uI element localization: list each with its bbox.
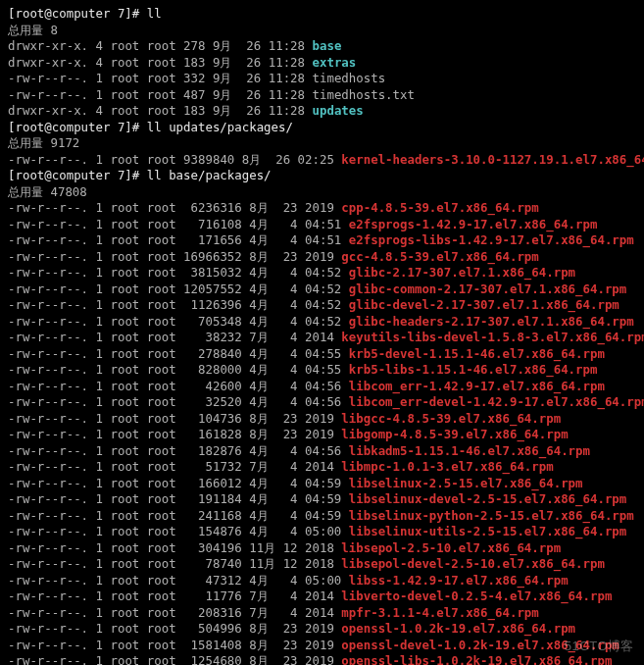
ls-row: -rw-r--r--. 1 root root 1254680 8月 23 20… xyxy=(8,653,636,665)
file-entry: libgomp-4.8.5-39.el7.x86_64.rpm xyxy=(341,427,568,441)
ls-row: -rw-r--r--. 1 root root 9389840 8月 26 02… xyxy=(8,152,636,169)
ls-row: -rw-r--r--. 1 root root 1126396 4月 4 04:… xyxy=(8,297,636,314)
ls-row: -rw-r--r--. 1 root root 32520 4月 4 04:56… xyxy=(8,394,636,411)
ls-row: -rw-r--r--. 1 root root 166012 4月 4 04:5… xyxy=(8,476,636,492)
ls-row: -rw-r--r--. 1 root root 11776 7月 4 2014 … xyxy=(8,588,636,605)
ls-row: drwxr-xr-x. 4 root root 183 9月 26 11:28 … xyxy=(8,103,636,120)
ls-row: -rw-r--r--. 1 root root 487 9月 26 11:28 … xyxy=(8,87,636,104)
file-entry: krb5-devel-1.15.1-46.el7.x86_64.rpm xyxy=(349,346,605,361)
total-line: 总用量 9172 xyxy=(8,135,636,152)
ls-row: -rw-r--r--. 1 root root 51732 7月 4 2014 … xyxy=(8,459,636,476)
file-entry: glibc-common-2.17-307.el7.1.x86_64.rpm xyxy=(349,281,626,296)
file-entry: openssl-1.0.2k-19.el7.x86_64.rpm xyxy=(341,621,575,636)
file-entry: libselinux-devel-2.5-15.el7.x86_64.rpm xyxy=(349,491,626,506)
ls-row: -rw-r--r--. 1 root root 332 9月 26 11:28 … xyxy=(8,71,636,87)
file-entry: libcom_err-devel-1.42.9-17.el7.x86_64.rp… xyxy=(349,394,644,409)
file-entry: cpp-4.8.5-39.el7.x86_64.rpm xyxy=(341,200,538,215)
ls-row: -rw-r--r--. 1 root root 38232 7月 4 2014 … xyxy=(8,330,636,346)
ls-row: -rw-r--r--. 1 root root 182876 4月 4 04:5… xyxy=(8,443,636,460)
file-entry: libkadm5-1.15.1-46.el7.x86_64.rpm xyxy=(349,443,590,458)
ls-row: -rw-r--r--. 1 root root 278840 4月 4 04:5… xyxy=(8,346,636,363)
ls-row: drwxr-xr-x. 4 root root 278 9月 26 11:28 … xyxy=(8,38,636,55)
ls-row: -rw-r--r--. 1 root root 78740 11月 12 201… xyxy=(8,556,636,573)
file-entry: libselinux-python-2.5-15.el7.x86_64.rpm xyxy=(349,508,634,523)
file-entry: libgcc-4.8.5-39.el7.x86_64.rpm xyxy=(341,411,561,426)
file-entry: mpfr-3.1.1-4.el7.x86_64.rpm xyxy=(341,605,538,620)
ls-row: -rw-r--r--. 1 root root 171656 4月 4 04:5… xyxy=(8,232,636,249)
terminal-output[interactable]: [root@computer 7]# ll总用量 8drwxr-xr-x. 4 … xyxy=(0,0,644,665)
ls-row: -rw-r--r--. 1 root root 16966352 8月 23 2… xyxy=(8,249,636,266)
ls-row: -rw-r--r--. 1 root root 104736 8月 23 201… xyxy=(8,411,636,428)
file-entry: extras xyxy=(313,55,357,70)
ls-row: -rw-r--r--. 1 root root 42600 4月 4 04:56… xyxy=(8,379,636,395)
file-entry: e2fsprogs-1.42.9-17.el7.x86_64.rpm xyxy=(349,217,598,231)
ls-row: drwxr-xr-x. 4 root root 183 9月 26 11:28 … xyxy=(8,55,636,72)
watermark: 51CTO博客 xyxy=(565,638,634,655)
file-entry: glibc-headers-2.17-307.el7.1.x86_64.rpm xyxy=(349,314,634,329)
ls-row: -rw-r--r--. 1 root root 161828 8月 23 201… xyxy=(8,427,636,443)
file-entry: libmpc-1.0.1-3.el7.x86_64.rpm xyxy=(341,459,553,474)
file-entry: timedhosts xyxy=(313,71,386,85)
ls-row: -rw-r--r--. 1 root root 1581408 8月 23 20… xyxy=(8,638,636,654)
file-entry: kernel-headers-3.10.0-1127.19.1.el7.x86_… xyxy=(341,152,644,167)
ls-row: -rw-r--r--. 1 root root 154876 4月 4 05:0… xyxy=(8,524,636,540)
file-entry: gcc-4.8.5-39.el7.x86_64.rpm xyxy=(341,249,538,264)
typed-command: ll base/packages/ xyxy=(147,168,272,182)
total-line: 总用量 47808 xyxy=(8,184,636,201)
shell-prompt: [root@computer 7]# xyxy=(8,168,147,182)
shell-prompt: [root@computer 7]# xyxy=(8,120,147,134)
ls-row: -rw-r--r--. 1 root root 828000 4月 4 04:5… xyxy=(8,362,636,379)
file-entry: libsepol-devel-2.5-10.el7.x86_64.rpm xyxy=(341,556,605,571)
file-entry: updates xyxy=(313,103,364,118)
file-entry: libcom_err-1.42.9-17.el7.x86_64.rpm xyxy=(349,379,605,393)
typed-command: ll updates/packages/ xyxy=(147,120,293,134)
ls-row: -rw-r--r--. 1 root root 504996 8月 23 201… xyxy=(8,621,636,638)
file-entry: libss-1.42.9-17.el7.x86_64.rpm xyxy=(349,573,569,588)
total-line: 总用量 8 xyxy=(8,23,636,39)
ls-row: -rw-r--r--. 1 root root 705348 4月 4 04:5… xyxy=(8,314,636,331)
file-entry: glibc-2.17-307.el7.1.x86_64.rpm xyxy=(349,265,575,280)
ls-row: -rw-r--r--. 1 root root 716108 4月 4 04:5… xyxy=(8,217,636,233)
file-entry: libselinux-2.5-15.el7.x86_64.rpm xyxy=(349,476,583,490)
ls-row: -rw-r--r--. 1 root root 191184 4月 4 04:5… xyxy=(8,491,636,508)
file-entry: e2fsprogs-libs-1.42.9-17.el7.x86_64.rpm xyxy=(349,232,634,247)
ls-row: -rw-r--r--. 1 root root 3815032 4月 4 04:… xyxy=(8,265,636,281)
ls-row: -rw-r--r--. 1 root root 241168 4月 4 04:5… xyxy=(8,508,636,525)
ls-row: -rw-r--r--. 1 root root 47312 4月 4 05:00… xyxy=(8,573,636,589)
ls-row: -rw-r--r--. 1 root root 208316 7月 4 2014… xyxy=(8,605,636,622)
ls-row: -rw-r--r--. 1 root root 304196 11月 12 20… xyxy=(8,540,636,557)
file-entry: glibc-devel-2.17-307.el7.1.x86_64.rpm xyxy=(349,297,619,312)
file-entry: krb5-libs-1.15.1-46.el7.x86_64.rpm xyxy=(349,362,598,377)
file-entry: keyutils-libs-devel-1.5.8-3.el7.x86_64.r… xyxy=(341,330,644,344)
shell-prompt: [root@computer 7]# xyxy=(8,6,147,21)
file-entry: libsepol-2.5-10.el7.x86_64.rpm xyxy=(341,540,561,555)
file-entry: base xyxy=(313,38,342,53)
ls-row: -rw-r--r--. 1 root root 6236316 8月 23 20… xyxy=(8,200,636,217)
file-entry: timedhosts.txt xyxy=(313,87,415,102)
file-entry: libverto-devel-0.2.5-4.el7.x86_64.rpm xyxy=(341,588,612,603)
typed-command: ll xyxy=(147,6,162,21)
file-entry: libselinux-utils-2.5-15.el7.x86_64.rpm xyxy=(349,524,626,538)
ls-row: -rw-r--r--. 1 root root 12057552 4月 4 04… xyxy=(8,281,636,298)
